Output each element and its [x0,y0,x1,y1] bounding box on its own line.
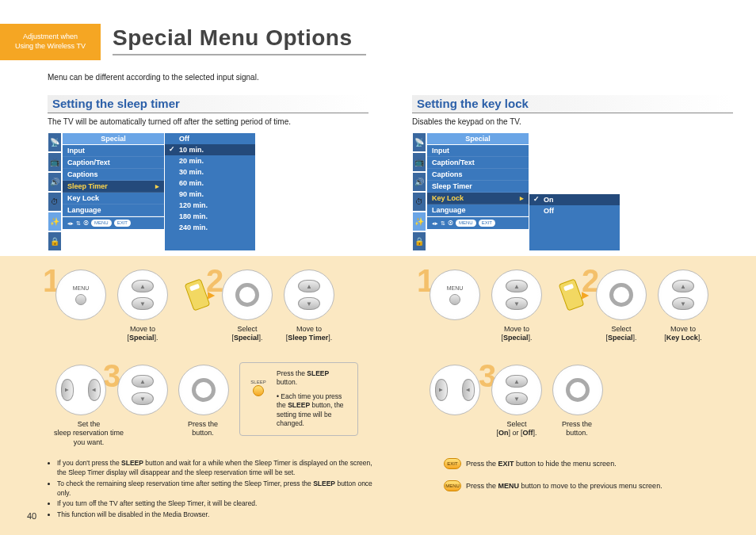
remote-updown: ▲ ▼ [117,269,168,320]
remote-leftright: ▲ ▼ [430,365,480,415]
remote-updown: ▲ ▼ [284,269,334,320]
osd-item: Language [63,204,164,216]
caption-move-special: Move to[Special]. [103,325,182,343]
osd-item: Key Lock [63,193,164,204]
down-arrow-icon: ▼ [132,297,154,310]
desc-sleep-timer: The TV will be automatically turned off … [48,117,291,126]
up-arrow-icon: ▲ [132,375,154,388]
intro-text: Menu can be different according to the s… [48,73,259,82]
caption-set-time: Set thesleep reservation timeyou want. [41,420,136,447]
osd-tab-icon: ✨ [48,212,62,231]
right-arrow-icon: ▼ [462,379,475,401]
osd-footer-menu: MENU [91,220,112,227]
remote-leftright: ▲ ▼ [55,365,106,415]
osd-option: 60 min. [165,178,255,189]
osd-item: Language [427,204,529,216]
up-arrow-icon: ▲ [298,280,320,292]
down-arrow-icon: ▼ [506,392,528,405]
remote-updown: ▲ ▼ [491,269,542,320]
osd-tab-icon: 📺 [412,152,426,172]
badge-line2: Using the Wireless TV [0,42,101,52]
osd-option: 20 min. [165,155,255,166]
remote-updown: ▲ ▼ [491,365,542,415]
osd-tab-icon: 🔒 [412,231,426,251]
up-arrow-icon: ▲ [506,375,528,388]
osd-option: Off [529,205,620,216]
left-arrow-icon: ▲ [61,379,74,401]
osd-item-selected: Sleep Timer▸ [63,181,164,193]
heading-sleep-timer: Setting the sleep timer [48,95,368,113]
osd-tab-icon: 🔒 [48,231,62,251]
remote-icon [558,278,584,311]
osd-tab-icon: 📺 [48,152,62,172]
osd-option: 120 min. [165,200,255,211]
osd-tab-icon: 📡 [48,132,62,152]
sleep-button-icon [253,385,264,396]
menu-button-icon: MENU [444,480,461,491]
osd-item: Input [427,145,529,157]
ok-ring-icon [235,283,259,307]
ok-ring-icon [566,378,590,402]
osd-item: Captions [427,169,529,181]
up-arrow-icon: ▲ [506,280,528,292]
page-number: 40 [27,511,36,521]
osd-menu-sleep: 📡 📺 🔊 ⏱ ✨ 🔒 Special Input Caption/Text C… [48,132,281,251]
osd-option: 180 min. [165,211,255,222]
note-item: If you don't press the SLEEP button and … [57,458,372,478]
osd-footer-exit: EXIT [479,220,495,227]
ok-ring-icon [192,378,216,402]
remote-updown: ▲ ▼ [658,269,708,320]
osd-option: Off [165,133,255,144]
osd-tab-icon: 📡 [412,132,426,152]
ok-ring-icon [609,283,633,307]
remote-ok-button [552,365,603,415]
remote-ok-button [222,269,273,320]
caption-move-special: Move to[Special]. [477,325,556,343]
osd-tab-icon: ✨ [412,212,426,231]
notes-list: If you don't press the SLEEP button and … [48,458,372,520]
down-arrow-icon: ▼ [672,297,694,310]
osd-footer: ◂▸⇅⦿ MENU EXIT [62,217,165,230]
osd-header: Special [62,132,165,144]
note-item: If you turn off the TV after setting the… [57,499,372,508]
caption-move-keylock: Move to[Key Lock]. [643,325,723,343]
osd-option: 240 min. [165,222,255,233]
button-icon [449,294,460,305]
osd-footer-exit: EXIT [114,220,131,227]
remote-illustration: ▶ [176,269,227,320]
left-arrow-icon: ▲ [435,379,448,401]
osd-item: Caption/Text [63,157,164,169]
osd-item-selected: Key Lock▸ [427,193,529,204]
remote-icon [184,278,210,311]
osd-item: Captions [63,169,164,181]
tip-sleep-button: SLEEP Press the SLEEP button. • Each tim… [239,362,358,436]
osd-menu-keylock: 📡 📺 🔊 ⏱ ✨ 🔒 Special Input Caption/Text C… [412,132,646,251]
badge-line1: Adjustment when [0,32,101,42]
osd-option-selected: On [529,193,620,205]
desc-key-lock: Disables the keypad on the TV. [412,117,521,126]
down-arrow-icon: ▼ [506,297,528,310]
heading-key-lock: Setting the key lock [412,95,733,113]
remote-updown: ▲ ▼ [117,365,168,415]
up-arrow-icon: ▲ [672,280,694,292]
osd-option: 30 min. [165,166,255,178]
remote-ok-button [178,365,229,415]
section-badge: Adjustment when Using the Wireless TV [0,24,101,60]
caption-press-btn: Press thebutton. [163,420,242,438]
osd-option-selected: 10 min. [165,144,255,155]
remote-ok-button [596,269,647,320]
hint-text: Press the EXIT button to hide the menu s… [466,460,617,468]
remote-menu-button: MENU [55,269,106,320]
menu-label: MENU [73,285,90,291]
down-arrow-icon: ▼ [132,392,154,405]
menu-label: MENU [447,285,464,291]
osd-item: Caption/Text [427,157,529,169]
osd-option: 90 min. [165,189,255,200]
button-icon [75,294,86,305]
osd-tab-icon: 🔊 [412,172,426,192]
osd-tab-icon: ⏱ [412,192,426,212]
note-item: This function will be disabled in the Me… [57,510,372,519]
caption-move-sleep: Move to[Sleep Timer]. [269,325,349,343]
osd-footer-menu: MENU [456,220,476,227]
remote-menu-button: MENU [430,269,480,320]
